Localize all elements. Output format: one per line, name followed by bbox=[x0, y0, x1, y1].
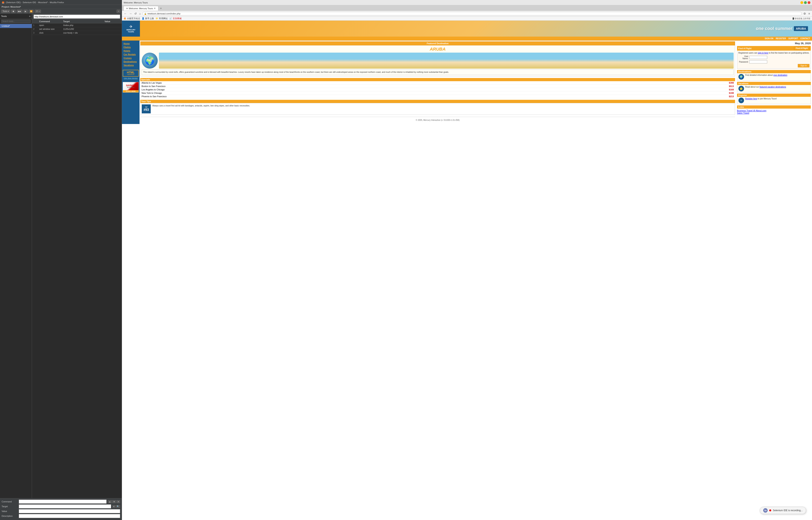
tab-favicon: ✈ bbox=[126, 7, 128, 10]
sidebar-destinations[interactable]: Destinations bbox=[122, 60, 139, 63]
signin-link[interactable]: sign-in here bbox=[758, 52, 768, 54]
sidebar-hotels[interactable]: Hotels bbox=[122, 49, 139, 53]
mercury-logo-icon: ✈ bbox=[129, 24, 133, 29]
value-input[interactable] bbox=[19, 509, 120, 513]
savings-click[interactable]: CLICK HERE bbox=[123, 90, 138, 93]
bookmark-3[interactable]: 📁 常用网址 bbox=[156, 17, 168, 20]
ide-add-test-btn[interactable]: + bbox=[116, 9, 120, 13]
table-row[interactable]: 1 open /index.php bbox=[32, 23, 122, 27]
command-delete-btn[interactable]: ✕ bbox=[116, 500, 120, 503]
ide-tests-header: Tests + bbox=[0, 14, 32, 19]
java-version-link[interactable]: Use Java Version bbox=[123, 77, 139, 79]
username-label: UserName: bbox=[738, 55, 749, 60]
ide-content: Tests + Untitled* Command Target Value bbox=[0, 14, 122, 498]
sidebar-home[interactable]: Home bbox=[122, 42, 139, 45]
url-bar: 🔒 bbox=[142, 12, 802, 16]
nav-signon[interactable]: SIGN-ON bbox=[765, 37, 774, 40]
mercury-nav-bar: SIGN-ON REGISTER SUPPORT CONTACT bbox=[122, 36, 812, 41]
table-row[interactable]: Atlanta to Las Vegas $398 bbox=[140, 81, 735, 85]
your-destination-link[interactable]: your destination bbox=[773, 74, 787, 76]
password-input[interactable] bbox=[749, 60, 767, 63]
savings-box[interactable]: SAVINGS! Rent-A-Car CLICK HERE bbox=[123, 82, 139, 93]
bookmark-2[interactable]: 👤 新手上路 bbox=[142, 17, 154, 20]
table-row[interactable]: New York to Chicago $198 bbox=[140, 92, 735, 95]
description-field-row: Description bbox=[2, 514, 120, 518]
bookmark-4[interactable]: 🛒 京东商城 bbox=[169, 17, 182, 20]
date-display: May 26, 2020 bbox=[737, 42, 811, 45]
ide-run-btn[interactable]: ▶ bbox=[23, 9, 28, 13]
table-row[interactable]: Phoenix to San Francisco $213 bbox=[140, 95, 735, 98]
back-btn[interactable]: ← bbox=[123, 11, 128, 16]
special-price: $398 bbox=[610, 81, 735, 85]
sidebar-flights[interactable]: Flights bbox=[122, 45, 139, 49]
recording-dot bbox=[769, 510, 771, 512]
salon-travel-link[interactable]: Salon Travel bbox=[737, 112, 749, 114]
username-row: UserName: bbox=[738, 55, 809, 60]
vacations-icon: ⭐ bbox=[738, 86, 744, 92]
maximize-btn[interactable] bbox=[804, 1, 807, 4]
target-dropdown-btn[interactable]: ▾ bbox=[112, 505, 115, 508]
table-row[interactable]: Boston to San Francisco $513 bbox=[140, 85, 735, 88]
table-row[interactable]: 2 set window size 1125x1282 bbox=[32, 27, 122, 31]
password-label: Password: bbox=[738, 61, 749, 63]
username-input[interactable] bbox=[749, 56, 767, 59]
command-input[interactable] bbox=[19, 500, 107, 503]
mercury-sidebar: Home Flights Hotels Car Rentals Cruises … bbox=[122, 41, 139, 124]
nav-register[interactable]: REGISTER bbox=[776, 37, 786, 40]
target-input[interactable] bbox=[19, 504, 111, 509]
sidebar-vacations[interactable]: Vacations bbox=[122, 63, 139, 67]
business-travel-link[interactable]: Business Travel @ About.com bbox=[737, 109, 766, 112]
nav-contact[interactable]: CONTACT bbox=[801, 37, 810, 40]
find-flight-content: Registered users can sign-in here to fin… bbox=[737, 51, 811, 69]
bookmark-1[interactable]: 🔥 火狐官方站点 bbox=[124, 17, 140, 20]
sidebar-cruises[interactable]: Cruises bbox=[122, 56, 139, 60]
col-command: Command bbox=[39, 20, 63, 23]
target-find-btn[interactable]: 🔍 bbox=[116, 505, 120, 508]
ide-url-input[interactable] bbox=[34, 15, 120, 19]
home-btn[interactable]: ⌂ bbox=[138, 11, 141, 16]
forward-btn[interactable]: → bbox=[128, 11, 133, 16]
special-route: Atlanta to Las Vegas bbox=[140, 81, 610, 85]
reload-btn[interactable]: ↺ bbox=[134, 11, 138, 16]
close-btn[interactable] bbox=[808, 1, 810, 4]
find-flight-btn[interactable]: Find A Flight bbox=[794, 47, 810, 50]
savings-img: SAVINGS! Rent-A-Car bbox=[123, 82, 138, 90]
tab-close-btn[interactable]: ✕ bbox=[154, 7, 156, 10]
ide-run-all-btn[interactable]: ▶▶ bbox=[17, 9, 23, 13]
ide-table-body: 1 open /index.php 2 set window size 1125… bbox=[32, 23, 122, 498]
mercury-body: Home Flights Hotels Car Rentals Cruises … bbox=[122, 41, 812, 124]
ide-bottom: Command ▲ ▼ ✕ Target ▾ 🔍 Value Descripti… bbox=[0, 498, 122, 520]
new-tab-btn[interactable]: + bbox=[159, 6, 163, 10]
signin-btn[interactable]: Sign-In bbox=[798, 64, 809, 68]
ide-record-btn[interactable]: ⏺ bbox=[11, 9, 16, 13]
featured-vacation-link[interactable]: featured vacation destinations bbox=[760, 86, 786, 88]
ide-speed-btn[interactable]: ⏱ ▾ bbox=[34, 9, 41, 13]
special-price: $513 bbox=[610, 85, 735, 88]
minimize-btn[interactable] bbox=[801, 1, 803, 4]
extensions-btn[interactable]: ⚙ bbox=[803, 11, 807, 16]
nav-support[interactable]: SUPPORT bbox=[788, 37, 798, 40]
browser-tab-active[interactable]: ✈ Welcome: Mercury Tours ✕ bbox=[124, 6, 158, 10]
command-btns: ▲ ▼ ✕ bbox=[108, 500, 120, 503]
register-here-link[interactable]: Register here bbox=[745, 98, 757, 100]
table-row[interactable]: 3 click css=body > div bbox=[32, 31, 122, 35]
command-down-btn[interactable]: ▼ bbox=[112, 500, 116, 503]
url-input[interactable] bbox=[147, 12, 800, 15]
ide-step-btn[interactable]: ⏩ bbox=[29, 9, 34, 13]
table-row[interactable]: Los Angeles to Chicago $168 bbox=[140, 88, 735, 92]
description-input[interactable] bbox=[19, 514, 120, 518]
target-field-row: Target ▾ 🔍 bbox=[2, 504, 120, 509]
recording-text: Selenium IDE is recording... bbox=[773, 509, 803, 512]
find-flight-text: Registered users can sign-in here to fin… bbox=[738, 52, 809, 54]
ide-tests-dropdown[interactable]: Tests ▾ bbox=[1, 9, 10, 13]
browser-titlebar: Welcome: Mercury Tours bbox=[122, 0, 812, 5]
target-btns: ▾ 🔍 bbox=[112, 505, 120, 508]
tip-badge: TIP #93 bbox=[142, 104, 151, 113]
ide-project-bar: Project: Mooctest* bbox=[0, 5, 122, 9]
ide-search-input[interactable] bbox=[1, 20, 31, 23]
command-up-btn[interactable]: ▲ bbox=[108, 500, 112, 503]
menu-btn[interactable]: ≡ bbox=[808, 11, 811, 16]
ide-add-test-btn[interactable]: + bbox=[29, 15, 31, 18]
sidebar-car-rentals[interactable]: Car Rentals bbox=[122, 53, 139, 56]
ide-test-item-untitled[interactable]: Untitled* bbox=[0, 24, 32, 28]
